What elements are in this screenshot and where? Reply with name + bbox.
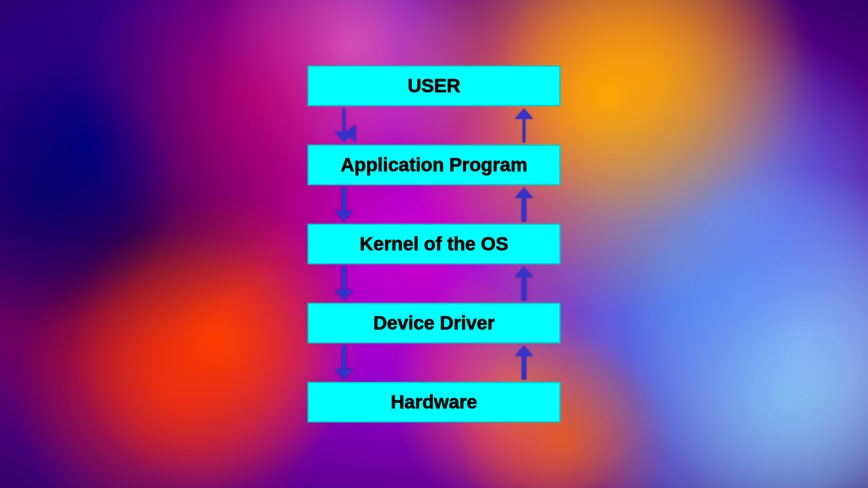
svg-marker-14 [335,369,353,380]
user-box: USER [307,66,561,106]
kernel-label: Kernel of the OS [359,233,508,255]
svg-marker-8 [515,188,533,198]
arrow-section-2 [307,185,561,224]
hardware-label: Hardware [391,391,477,413]
svg-rect-17 [522,355,526,380]
svg-marker-2 [335,132,353,142]
svg-marker-10 [335,290,353,300]
arrow-up-4 [512,346,536,380]
svg-rect-13 [522,276,526,300]
arrow-up-2 [512,188,536,221]
user-label: USER [408,75,461,97]
arrow-down-2 [332,188,356,221]
arrow-section-3 [307,264,561,303]
svg-marker-12 [515,267,533,277]
svg-marker-4 [515,108,533,119]
application-program-box: Application Program [307,145,561,185]
arrow-section-4 [307,343,561,382]
svg-marker-6 [335,211,353,221]
svg-rect-11 [342,267,346,291]
arrow-down-1 [332,108,356,142]
svg-rect-15 [342,346,346,371]
application-program-label: Application Program [340,154,527,176]
arrow-up-1 [512,108,536,142]
arrow-section-1 [307,106,561,145]
arrow-down-4 [332,346,356,380]
svg-rect-7 [342,188,346,212]
diagram-container: USER [303,66,565,422]
svg-rect-9 [522,197,526,221]
arrow-up-3 [512,267,536,300]
hardware-box: Hardware [307,382,561,422]
arrow-down-3 [332,267,356,300]
svg-marker-16 [515,346,533,356]
device-driver-label: Device Driver [373,312,495,334]
device-driver-box: Device Driver [307,303,561,343]
kernel-box: Kernel of the OS [307,224,561,264]
